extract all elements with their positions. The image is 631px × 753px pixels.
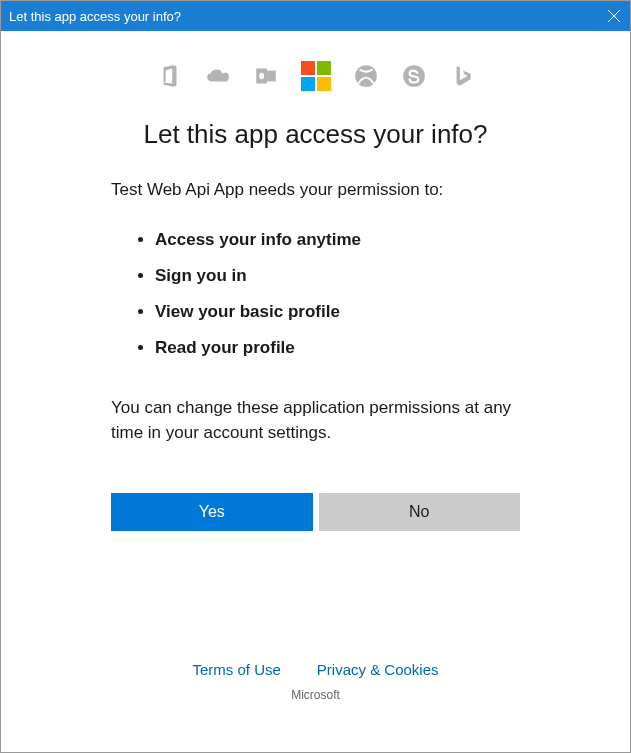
permission-intro: Test Web Api App needs your permission t… bbox=[111, 180, 520, 200]
permission-item: Sign you in bbox=[155, 266, 520, 286]
footer-links: Terms of Use Privacy & Cookies bbox=[21, 661, 610, 678]
permission-list: Access your info anytime Sign you in Vie… bbox=[111, 230, 520, 358]
outlook-icon bbox=[253, 63, 279, 89]
button-row: Yes No bbox=[111, 493, 520, 531]
close-icon[interactable] bbox=[606, 8, 622, 24]
permission-item: Access your info anytime bbox=[155, 230, 520, 250]
microsoft-logo-icon bbox=[301, 61, 331, 91]
dialog-content: Let this app access your info? Test Web … bbox=[1, 31, 630, 752]
footer-org: Microsoft bbox=[21, 688, 610, 702]
onedrive-icon bbox=[205, 63, 231, 89]
privacy-link[interactable]: Privacy & Cookies bbox=[317, 661, 439, 678]
page-title: Let this app access your info? bbox=[21, 119, 610, 150]
bing-icon bbox=[449, 63, 475, 89]
permission-item: Read your profile bbox=[155, 338, 520, 358]
yes-button[interactable]: Yes bbox=[111, 493, 313, 531]
body-area: Test Web Api App needs your permission t… bbox=[21, 180, 610, 531]
skype-icon bbox=[401, 63, 427, 89]
svg-point-4 bbox=[259, 73, 264, 80]
window-title: Let this app access your info? bbox=[9, 9, 181, 24]
permission-item: View your basic profile bbox=[155, 302, 520, 322]
no-button[interactable]: No bbox=[319, 493, 521, 531]
terms-link[interactable]: Terms of Use bbox=[192, 661, 280, 678]
footer: Terms of Use Privacy & Cookies Microsoft bbox=[21, 661, 610, 732]
titlebar: Let this app access your info? bbox=[1, 1, 630, 31]
svg-point-5 bbox=[355, 65, 377, 87]
office-icon bbox=[157, 63, 183, 89]
permission-note: You can change these application permiss… bbox=[111, 396, 520, 445]
svg-rect-3 bbox=[267, 71, 276, 82]
service-icon-row bbox=[21, 61, 610, 91]
xbox-icon bbox=[353, 63, 379, 89]
